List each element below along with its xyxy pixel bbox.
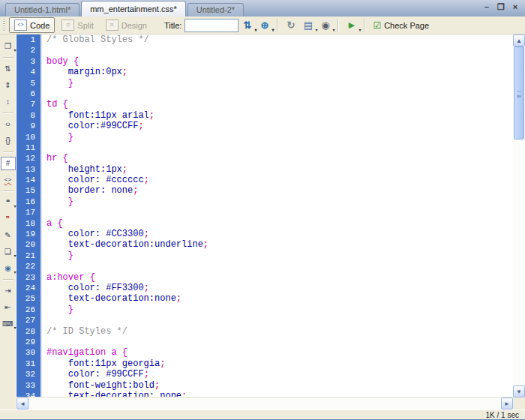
line-number[interactable]: 12 [16, 153, 42, 164]
line-number[interactable]: 34 [16, 391, 42, 397]
file-management-icon[interactable]: ⇅▾ [239, 18, 255, 32]
apply-comment-icon[interactable]: ❝▾ [1, 196, 16, 209]
scroll-right-button[interactable]: ► [501, 398, 513, 410]
toolbar-separator [338, 18, 339, 32]
code-text: #navigation a { [42, 347, 128, 358]
line-number[interactable]: 16 [16, 196, 42, 207]
refresh-design-view-icon[interactable]: ↻ [283, 18, 298, 32]
line-number[interactable]: 29 [16, 337, 42, 347]
line-number[interactable]: 6 [16, 88, 42, 99]
balance-braces-icon[interactable]: {} [1, 134, 16, 148]
remove-comment-icon[interactable]: ❞ [1, 212, 16, 226]
line-number[interactable]: 11 [16, 142, 42, 153]
indent-code-icon[interactable]: ⇥ [1, 284, 16, 298]
wrap-tag-icon[interactable]: ✎ [1, 229, 16, 242]
code-text: color: #FF3300; [42, 283, 149, 293]
code-line: 29 [16, 337, 513, 347]
view-options-icon[interactable]: ▤▾ [300, 18, 316, 32]
code-line: 2 [16, 45, 513, 56]
outdent-code-icon[interactable]: ⇤ [1, 301, 16, 314]
code-text: color: #cccccc; [42, 175, 149, 185]
move-convert-css-icon[interactable]: ◉▾ [1, 262, 16, 275]
dropdown-caret-icon: ▾ [332, 27, 334, 32]
format-source-code-icon[interactable]: ⌨▾ [1, 317, 16, 331]
code-text [42, 207, 46, 218]
code-text: a { [42, 218, 63, 229]
expand-all-icon[interactable]: ↕ [1, 95, 16, 109]
scrollbar-corner [513, 398, 525, 410]
code-line: 10 } [16, 132, 513, 142]
code-view-button[interactable]: <> Code [9, 17, 55, 33]
line-number[interactable]: 17 [16, 207, 42, 218]
line-number[interactable]: 22 [16, 261, 42, 272]
code-line: 28/* ID Styles */ [16, 326, 513, 337]
line-number[interactable]: 1 [16, 34, 42, 45]
scroll-up-button[interactable]: ▲ [513, 34, 525, 46]
split-view-button[interactable]: ◫ Split [56, 17, 98, 33]
title-input[interactable] [184, 19, 238, 32]
line-number[interactable]: 21 [16, 250, 42, 261]
code-line: 26 } [16, 304, 513, 315]
code-editor[interactable]: 1/* Global Styles */23body {4 margin:0px… [16, 34, 513, 410]
separator [3, 152, 14, 153]
line-number[interactable]: 14 [16, 175, 42, 185]
select-parent-tag-icon[interactable]: ‹› [1, 118, 16, 131]
code-line: 7td { [16, 99, 513, 110]
line-number[interactable]: 33 [16, 380, 42, 391]
validate-markup-icon[interactable]: ▶▾ [344, 18, 359, 32]
line-number[interactable]: 9 [16, 121, 42, 131]
line-number[interactable]: 24 [16, 283, 42, 293]
scroll-left-button[interactable]: ◄ [16, 398, 28, 410]
vertical-scroll-track[interactable] [513, 46, 525, 386]
close-button[interactable]: × [509, 2, 521, 13]
tab-mm-entertainment-css[interactable]: mm_entertainment.css* [81, 1, 186, 16]
code-line: 1/* Global Styles */ [16, 34, 513, 45]
code-text: td { [42, 99, 68, 110]
line-number[interactable]: 20 [16, 239, 42, 250]
line-number[interactable]: 27 [16, 315, 42, 326]
code-lines[interactable]: 1/* Global Styles */23body {4 margin:0px… [16, 34, 513, 397]
recent-snippets-icon[interactable]: ❏▾ [1, 245, 16, 259]
line-number[interactable]: 13 [16, 164, 42, 175]
highlight-invalid-code-icon[interactable]: <> [1, 173, 16, 187]
preview-debug-in-browser-icon[interactable]: ⊕▾ [256, 18, 272, 32]
line-number[interactable]: 3 [16, 56, 42, 67]
line-number[interactable]: 32 [16, 369, 42, 380]
design-view-button[interactable]: ⊡ Design [100, 17, 152, 33]
code-line: 15 border: none; [16, 185, 513, 196]
line-number[interactable]: 25 [16, 293, 42, 304]
visual-aids-icon[interactable]: ◉▾ [317, 18, 333, 32]
line-number[interactable]: 10 [16, 132, 42, 142]
line-number[interactable]: 28 [16, 326, 42, 337]
line-number[interactable]: 15 [16, 185, 42, 196]
check-page-button[interactable]: ☑ Check Page [369, 18, 433, 32]
code-text: color: #99CCFF; [42, 369, 149, 380]
tab-untitled-2[interactable]: Untitled-2* [188, 3, 244, 16]
collapse-full-tag-icon[interactable]: ⇅ [1, 62, 16, 76]
toolbar-grip-handle[interactable] [3, 19, 6, 32]
code-text: hr { [42, 153, 68, 164]
document-toolbar: <> Code ◫ Split ⊡ Design Title: ⇅▾⊕▾↻▤▾◉… [0, 16, 525, 34]
scroll-down-button[interactable]: ▼ [513, 386, 525, 398]
line-number[interactable]: 5 [16, 78, 42, 88]
line-number[interactable]: 8 [16, 110, 42, 121]
open-documents-icon[interactable]: ❐▾ [1, 40, 16, 53]
collapse-selection-icon[interactable]: ⇕ [1, 79, 16, 92]
line-number[interactable]: 31 [16, 358, 42, 369]
line-number[interactable]: 23 [16, 272, 42, 283]
line-number[interactable]: 18 [16, 218, 42, 229]
code-text [42, 142, 46, 153]
check-page-icon: ☑ [373, 20, 381, 31]
line-number[interactable]: 19 [16, 229, 42, 239]
vertical-scroll-thumb[interactable] [514, 46, 524, 140]
line-number[interactable]: 4 [16, 67, 42, 77]
line-number[interactable]: 2 [16, 45, 42, 56]
minimize-button[interactable]: – [481, 2, 493, 13]
line-number[interactable]: 26 [16, 304, 42, 315]
line-number[interactable]: 7 [16, 99, 42, 110]
restore-button[interactable]: ❐ [495, 2, 507, 13]
line-numbers-icon[interactable]: # [1, 157, 16, 170]
tab-untitled-1[interactable]: Untitled-1.html* [5, 3, 80, 16]
line-number[interactable]: 30 [16, 347, 42, 358]
horizontal-scroll-track[interactable] [28, 398, 501, 410]
